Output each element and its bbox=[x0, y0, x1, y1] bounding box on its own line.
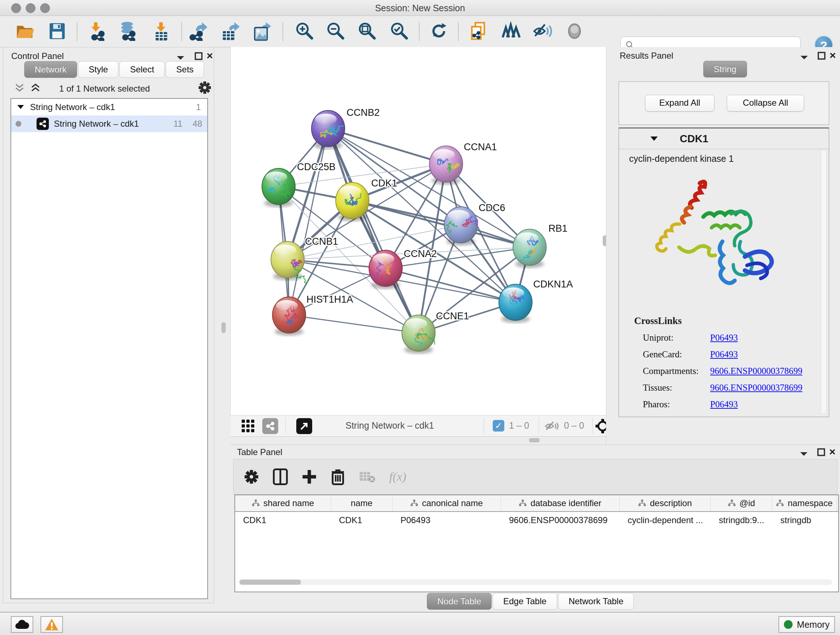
network-node[interactable] bbox=[336, 182, 369, 221]
network-node[interactable] bbox=[499, 284, 532, 323]
export-network-icon[interactable] bbox=[189, 21, 209, 41]
zoom-selected-icon[interactable] bbox=[389, 21, 409, 41]
toolbar-separator bbox=[181, 22, 182, 41]
show-all-icon[interactable] bbox=[565, 21, 584, 41]
network-node-label: CCNA2 bbox=[404, 249, 437, 259]
network-canvas[interactable]: CCNB2CCNA1CDC25BCDK1CDC6RB1CCNB1CCNA2CDK… bbox=[231, 47, 606, 415]
panel-float-icon[interactable] bbox=[194, 52, 203, 60]
table-gear-icon[interactable] bbox=[244, 469, 259, 485]
network-edge[interactable] bbox=[328, 128, 446, 164]
zoom-in-icon[interactable] bbox=[294, 21, 314, 41]
tab-node-table[interactable]: Node Table bbox=[427, 593, 492, 610]
control-panel-tabs: Network Style Select Sets bbox=[24, 61, 204, 78]
toolbar-separator bbox=[419, 22, 420, 41]
birds-eye-grid-icon[interactable] bbox=[241, 419, 255, 433]
tab-select[interactable]: Select bbox=[119, 61, 164, 78]
tree-expand-icon[interactable] bbox=[17, 105, 24, 110]
clone-network-icon[interactable] bbox=[469, 21, 489, 41]
network-node[interactable] bbox=[513, 229, 546, 268]
panel-menu-icon[interactable] bbox=[799, 451, 808, 456]
show-columns-icon[interactable] bbox=[273, 469, 288, 485]
column-header[interactable]: shared name bbox=[235, 495, 331, 511]
cloud-button[interactable] bbox=[11, 616, 33, 633]
crosslink-row: Uniprot:P06493 bbox=[643, 329, 829, 346]
bottom-splitter-handle[interactable] bbox=[529, 438, 540, 442]
crosslink-link[interactable]: 9606.ENSP00000378699 bbox=[710, 366, 802, 376]
results-scrollbar[interactable] bbox=[821, 150, 827, 414]
network-node[interactable] bbox=[272, 297, 306, 336]
network-node[interactable] bbox=[262, 168, 295, 207]
panel-menu-icon[interactable] bbox=[176, 55, 185, 60]
selected-checkbox-icon[interactable]: ✓ bbox=[493, 420, 504, 432]
import-network-database-icon[interactable] bbox=[118, 21, 138, 41]
export-image-icon[interactable] bbox=[253, 21, 272, 41]
open-session-icon[interactable] bbox=[16, 21, 35, 41]
panel-float-icon[interactable] bbox=[817, 448, 826, 456]
export-table-icon[interactable] bbox=[221, 21, 240, 41]
section-collapse-icon[interactable] bbox=[650, 136, 658, 141]
tab-network-table[interactable]: Network Table bbox=[558, 593, 634, 610]
zoom-out-icon[interactable] bbox=[325, 21, 345, 41]
crosslink-link[interactable]: P06493 bbox=[710, 333, 737, 342]
network-node[interactable] bbox=[429, 146, 463, 185]
string-style-icon[interactable] bbox=[262, 418, 278, 434]
panel-float-icon[interactable] bbox=[817, 51, 826, 60]
column-header[interactable]: description bbox=[620, 495, 711, 511]
delete-column-icon[interactable] bbox=[331, 469, 345, 485]
edge-count: 48 bbox=[193, 119, 202, 129]
network-node[interactable] bbox=[402, 315, 435, 354]
column-header[interactable]: name bbox=[331, 495, 393, 511]
crosslink-link[interactable]: P06493 bbox=[710, 349, 737, 359]
table-hscrollbar[interactable] bbox=[239, 579, 832, 585]
table-cell: CDK1 bbox=[331, 512, 393, 529]
warning-button[interactable] bbox=[41, 616, 63, 633]
first-neighbors-icon[interactable] bbox=[501, 21, 521, 41]
tab-string[interactable]: String bbox=[703, 61, 747, 78]
network-node[interactable] bbox=[369, 250, 402, 289]
collapse-all-button[interactable]: Collapse All bbox=[727, 95, 804, 111]
panel-close-icon[interactable]: × bbox=[829, 446, 836, 458]
import-table-file-icon[interactable] bbox=[151, 21, 171, 41]
results-tabs: String bbox=[703, 61, 747, 78]
crosslink-link[interactable]: 9606.ENSP00000378699 bbox=[710, 383, 802, 393]
import-network-file-icon[interactable] bbox=[88, 21, 108, 41]
status-bar: Memory bbox=[0, 612, 840, 635]
tab-network[interactable]: Network bbox=[24, 61, 77, 78]
left-splitter-handle[interactable] bbox=[221, 322, 226, 333]
memory-button[interactable]: Memory bbox=[778, 616, 835, 633]
refresh-icon[interactable] bbox=[429, 21, 448, 41]
tab-sets[interactable]: Sets bbox=[166, 61, 204, 78]
expand-all-button[interactable]: Expand All bbox=[645, 95, 714, 111]
hidden-eye-icon bbox=[545, 420, 559, 432]
column-header[interactable]: @id bbox=[711, 495, 772, 511]
network-selected-status: 1 of 1 Network selected bbox=[3, 84, 206, 94]
panel-menu-icon[interactable] bbox=[800, 55, 808, 60]
network-node[interactable] bbox=[444, 207, 477, 245]
panel-close-icon[interactable]: × bbox=[829, 49, 836, 62]
add-column-icon[interactable] bbox=[302, 469, 317, 485]
table-panel-title: Table Panel bbox=[237, 447, 282, 457]
network-node[interactable] bbox=[311, 111, 345, 149]
column-header[interactable]: namespace bbox=[772, 495, 837, 511]
crosslink-label: Pharos: bbox=[643, 399, 710, 409]
panel-close-icon[interactable]: × bbox=[207, 50, 213, 62]
column-header[interactable]: database identifier bbox=[501, 495, 620, 511]
network-edge[interactable] bbox=[289, 315, 418, 333]
table-cell: 9606.ENSP00000378699 bbox=[501, 512, 620, 529]
zoom-fit-icon[interactable] bbox=[357, 21, 377, 41]
hide-selected-icon[interactable] bbox=[533, 21, 553, 41]
tab-style[interactable]: Style bbox=[78, 61, 118, 78]
tab-edge-table[interactable]: Edge Table bbox=[493, 593, 557, 610]
network-collection-row[interactable]: String Network – cdk1 1 bbox=[11, 99, 207, 116]
gene-section-header[interactable]: CDK1 bbox=[619, 128, 829, 149]
gear-icon[interactable] bbox=[198, 81, 212, 95]
string-network-graph[interactable]: CCNB2CCNA1CDC25BCDK1CDC6RB1CCNB1CCNA2CDK… bbox=[231, 47, 606, 415]
open-in-window-icon[interactable] bbox=[296, 418, 312, 434]
column-header[interactable]: canonical name bbox=[393, 495, 501, 511]
crosslink-link[interactable]: P06493 bbox=[710, 399, 737, 409]
save-session-icon[interactable] bbox=[47, 21, 67, 41]
crosslink-label: GeneCard: bbox=[643, 349, 710, 359]
table-row[interactable]: CDK1CDK1P064939606.ENSP00000378699cyclin… bbox=[235, 512, 838, 529]
network-edge[interactable] bbox=[289, 128, 328, 315]
network-row[interactable]: String Network – cdk1 11 48 bbox=[11, 116, 207, 132]
